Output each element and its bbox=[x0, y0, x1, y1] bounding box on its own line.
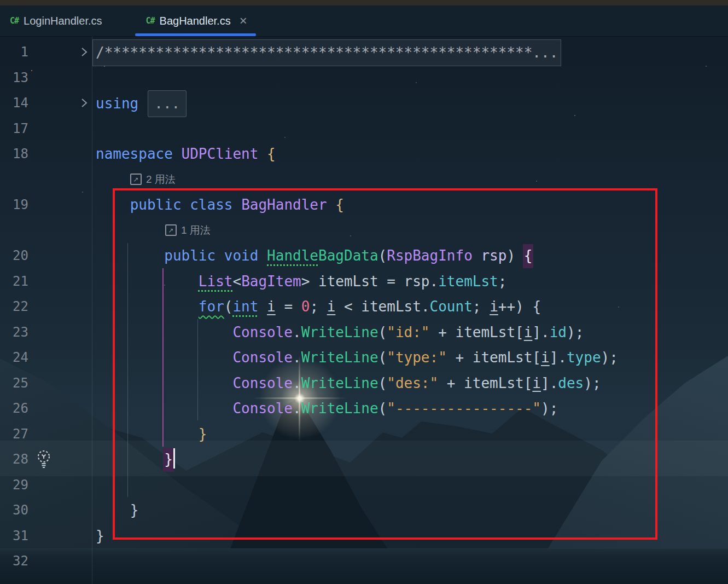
folded-ellipsis-box[interactable]: ... bbox=[148, 90, 187, 117]
code-token: using bbox=[96, 95, 138, 112]
code-token: Console bbox=[232, 324, 293, 340]
code-token: { bbox=[335, 196, 344, 213]
code-token: } bbox=[96, 528, 104, 544]
code-token: Count bbox=[430, 298, 473, 315]
code-line: public class BagHandler { bbox=[96, 192, 344, 218]
intention-lightbulb-icon[interactable] bbox=[35, 447, 54, 472]
code-token: "----------------" bbox=[387, 400, 541, 417]
code-token: itemLst bbox=[438, 273, 498, 290]
line-number: 31 bbox=[0, 523, 28, 549]
code-token: ) bbox=[506, 247, 523, 264]
usages-inlay-hint[interactable]: ↗1 用法 bbox=[165, 218, 211, 244]
code-token: void bbox=[224, 247, 259, 264]
code-token: ); bbox=[584, 375, 601, 391]
code-token: ( bbox=[378, 400, 387, 417]
line-number: 30 bbox=[0, 498, 28, 523]
line-number: 13 bbox=[0, 65, 28, 91]
line-number: 22 bbox=[0, 294, 28, 320]
code-token: < itemLst bbox=[335, 298, 421, 315]
text-caret bbox=[173, 448, 175, 469]
code-token: List bbox=[199, 273, 233, 290]
code-token bbox=[96, 298, 199, 315]
fold-chevron-icon[interactable] bbox=[80, 39, 91, 65]
fold-chevron-icon[interactable] bbox=[80, 90, 91, 116]
code-line: public void HandleBagData(RspBagInfo rsp… bbox=[96, 243, 532, 269]
code-token: UDPClient bbox=[182, 146, 259, 162]
line-number: 19 bbox=[0, 192, 28, 218]
code-line: Console.WriteLine("des:" + itemLst[i].de… bbox=[96, 371, 601, 396]
code-token bbox=[96, 502, 130, 518]
tab-label: BagHandler.cs bbox=[160, 15, 231, 27]
tab-baghandler[interactable]: C# BagHandler.cs × bbox=[135, 5, 256, 36]
code-token bbox=[216, 247, 224, 264]
line-number: 23 bbox=[0, 320, 28, 345]
code-token: id bbox=[550, 324, 567, 340]
code-token bbox=[258, 247, 267, 264]
code-token: ]. bbox=[541, 375, 558, 391]
line-number: 25 bbox=[0, 371, 28, 396]
code-token: rsp bbox=[481, 247, 506, 264]
line-number: 24 bbox=[0, 345, 28, 371]
code-line: using... bbox=[96, 90, 187, 117]
code-token bbox=[96, 451, 164, 467]
code-token bbox=[96, 273, 199, 290]
usages-inlay-hint[interactable]: ↗2 用法 bbox=[130, 167, 176, 193]
code-token: i bbox=[541, 349, 550, 366]
line-number: 27 bbox=[0, 421, 28, 447]
code-token bbox=[96, 426, 199, 442]
code-token: ; bbox=[473, 298, 490, 315]
ide-window: C# LoginHandler.cs C# BagHandler.cs × 1/… bbox=[0, 0, 728, 584]
code-editor[interactable]: 1/**************************************… bbox=[0, 36, 728, 584]
usages-hint-label: 1 用法 bbox=[181, 223, 211, 238]
csharp-file-icon: C# bbox=[10, 16, 19, 26]
line-number: 29 bbox=[0, 472, 28, 498]
code-line: } bbox=[96, 421, 207, 447]
code-token: ( bbox=[378, 375, 387, 391]
code-token: ); bbox=[567, 324, 584, 340]
code-token: i bbox=[524, 324, 533, 340]
code-token: 0 bbox=[301, 298, 310, 315]
code-line: Console.WriteLine("id:" + itemLst[i].id)… bbox=[96, 320, 584, 345]
code-token: WriteLine bbox=[301, 349, 378, 366]
code-line: namespace UDPClient { bbox=[96, 141, 276, 167]
line-number: 20 bbox=[0, 243, 28, 269]
code-token: . bbox=[293, 324, 301, 340]
code-token: ++) { bbox=[498, 298, 541, 315]
code-token bbox=[258, 146, 267, 162]
code-token: i bbox=[267, 298, 276, 315]
code-token bbox=[96, 375, 232, 391]
code-token: ]. bbox=[550, 349, 567, 366]
code-token: i bbox=[532, 375, 541, 391]
code-token: . bbox=[293, 349, 301, 366]
csharp-file-icon: C# bbox=[146, 16, 155, 26]
code-token: { bbox=[267, 146, 276, 162]
code-token: BagItem bbox=[241, 273, 301, 290]
code-token: + itemLst[ bbox=[430, 324, 524, 340]
code-line: Console.WriteLine("type:" + itemLst[i].t… bbox=[96, 345, 618, 371]
code-token: RspBagInfo bbox=[387, 247, 473, 264]
folded-region-box[interactable]: /***************************************… bbox=[92, 39, 561, 66]
code-token: des bbox=[558, 375, 584, 391]
code-token bbox=[96, 324, 232, 340]
code-token: i bbox=[490, 298, 498, 315]
code-token bbox=[96, 400, 232, 417]
code-line: Console.WriteLine("----------------"); bbox=[96, 396, 558, 421]
line-number: 18 bbox=[0, 141, 28, 167]
code-token bbox=[327, 196, 336, 213]
close-icon[interactable]: × bbox=[240, 14, 247, 27]
tab-loginhandler[interactable]: C# LoginHandler.cs bbox=[0, 5, 135, 36]
line-number: 28 bbox=[0, 447, 28, 472]
code-token: Console bbox=[232, 375, 293, 391]
usages-hint-label: 2 用法 bbox=[146, 172, 176, 187]
code-token: + itemLst[ bbox=[438, 375, 532, 391]
code-token: type bbox=[567, 349, 601, 366]
code-token: + itemLst[ bbox=[447, 349, 541, 366]
code-token: ( bbox=[378, 324, 387, 340]
code-token: { bbox=[523, 244, 534, 268]
code-token: ); bbox=[601, 349, 618, 366]
usages-arrow-icon: ↗ bbox=[130, 174, 142, 185]
editor-tab-bar: C# LoginHandler.cs C# BagHandler.cs × bbox=[0, 5, 728, 37]
code-token: . bbox=[293, 400, 301, 417]
code-line: /***************************************… bbox=[96, 39, 561, 66]
code-token: WriteLine bbox=[301, 324, 378, 340]
